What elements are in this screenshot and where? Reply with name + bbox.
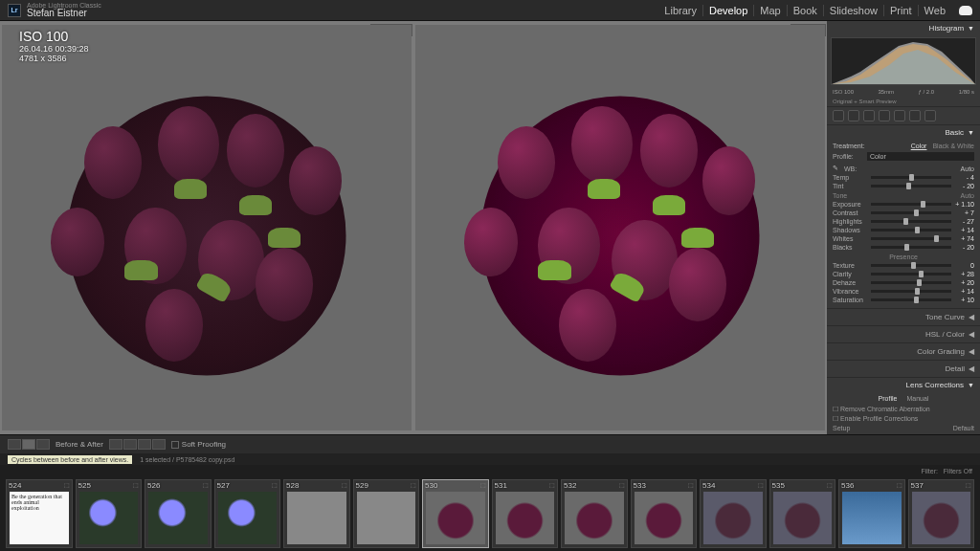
ba-mode-4-icon[interactable] — [152, 439, 166, 450]
ba-mode-3-icon[interactable] — [138, 439, 151, 450]
thumbnail[interactable]: 536⬚ — [838, 479, 905, 548]
chevron-left-icon: ◀ — [969, 330, 974, 339]
tooltip: Cycles between before and after views. — [8, 455, 132, 464]
basic-header[interactable]: Basic▼ — [827, 125, 980, 140]
identity-plate: Lr Adobe Lightroom Classic Stefan Eistne… — [0, 0, 980, 21]
enable-profile-checkbox[interactable]: ☐ Enable Profile Corrections — [833, 415, 974, 423]
app-logo: Lr — [8, 4, 21, 17]
wb-select[interactable]: Auto — [879, 165, 974, 172]
whites-slider[interactable] — [871, 237, 951, 240]
highlights-slider[interactable] — [871, 220, 951, 223]
dehaze-slider[interactable] — [871, 281, 951, 284]
histogram-header[interactable]: Histogram▼ — [827, 21, 980, 35]
chevron-left-icon: ◀ — [969, 364, 974, 373]
module-picker: Library Develop Map Book Slideshow Print… — [658, 5, 951, 16]
redeye-tool-icon[interactable] — [863, 110, 875, 121]
saturation-slider[interactable] — [871, 298, 951, 301]
hsl-header[interactable]: HSL / Color◀ — [827, 326, 980, 343]
lens-tab-profile[interactable]: Profile — [879, 395, 898, 402]
temp-slider[interactable] — [871, 176, 951, 179]
auto-tone[interactable]: Auto — [961, 192, 974, 199]
treatment-color[interactable]: Color — [911, 143, 927, 149]
develop-right-panel: Histogram▼ ISO 100 35mm ƒ / 2.0 1/80 s O… — [827, 21, 980, 434]
thumbnail[interactable]: 529⬚00:13 — [353, 479, 420, 548]
module-web[interactable]: Web — [919, 5, 951, 16]
treatment-bw[interactable]: Black & White — [932, 143, 974, 149]
brush-tool-icon[interactable] — [924, 110, 936, 121]
ba-mode-group — [109, 439, 166, 450]
lens-header[interactable]: Lens Corrections▼ — [827, 378, 980, 392]
compare-view-icon[interactable] — [22, 439, 35, 450]
tool-strip — [827, 107, 980, 125]
before-after-label: Before & After — [56, 440, 103, 449]
thumbnail[interactable]: 527⬚ — [214, 479, 281, 548]
remove-ca-checkbox[interactable]: ☐ Remove Chromatic Aberration — [833, 406, 974, 413]
grad-tool-icon[interactable] — [894, 110, 905, 121]
histogram[interactable] — [831, 37, 976, 85]
module-develop[interactable]: Develop — [703, 5, 754, 16]
soft-proof-checkbox[interactable]: Soft Proofing — [171, 440, 226, 449]
vibrance-slider[interactable] — [871, 290, 951, 293]
thumbnail[interactable]: 534⬚ — [700, 479, 767, 548]
develop-toolbar: Before & After Soft Proofing — [0, 434, 980, 453]
radial-tool-icon[interactable] — [909, 110, 921, 121]
thumbnail[interactable]: 530⬚ — [422, 479, 489, 548]
photo-metadata: ISO 100 26.04.16 00:39:28 4781 x 3586 — [19, 29, 89, 63]
before-pane[interactable]: Before — [2, 25, 412, 430]
thumbnail[interactable]: 525⬚ — [76, 479, 143, 548]
thumbnail[interactable]: 535⬚ — [769, 479, 836, 548]
lens-tab-manual[interactable]: Manual — [906, 395, 928, 402]
module-library[interactable]: Library — [658, 5, 703, 16]
compare-viewer: ISO 100 26.04.16 00:39:28 4781 x 3586 Be… — [0, 21, 827, 434]
detail-header[interactable]: Detail◀ — [827, 361, 980, 378]
filter-toggle[interactable]: Filters Off — [944, 468, 972, 474]
color-grading-header[interactable]: Color Grading◀ — [827, 343, 980, 361]
tone-curve-header[interactable]: Tone Curve◀ — [827, 309, 980, 326]
module-print[interactable]: Print — [884, 5, 919, 16]
filmstrip: Filter: Filters Off 524⬚Be the generatio… — [0, 465, 980, 551]
ref-view-icon[interactable] — [36, 439, 50, 450]
profile-select[interactable]: Color — [867, 152, 974, 161]
texture-slider[interactable] — [871, 264, 951, 267]
ba-mode-2-icon[interactable] — [123, 439, 137, 450]
thumbnail[interactable]: 532⬚ — [561, 479, 628, 548]
thumbnail[interactable]: 526⬚ — [145, 479, 212, 548]
user-name: Stefan Eistner — [27, 9, 101, 18]
spot-tool-icon[interactable] — [848, 110, 859, 121]
shadows-slider[interactable] — [871, 229, 951, 231]
cloud-sync-icon[interactable] — [959, 6, 972, 15]
loupe-view-icon[interactable] — [8, 439, 21, 450]
eyedropper-icon[interactable]: ✎ — [833, 165, 844, 172]
contrast-slider[interactable] — [871, 211, 951, 214]
thumbnail[interactable]: 528⬚00:12 — [283, 479, 350, 548]
thumbnail[interactable]: 524⬚Be the generation that ends animal e… — [6, 479, 73, 548]
clarity-slider[interactable] — [871, 273, 951, 276]
exposure-slider[interactable] — [871, 203, 951, 206]
thumbnail[interactable]: 533⬚ — [631, 479, 698, 548]
ba-mode-1-icon[interactable] — [109, 439, 122, 450]
status-text: 1 selected / P5785482 copy.psd — [140, 456, 234, 463]
chevron-down-icon: ▼ — [968, 382, 974, 388]
mask-tool-icon[interactable] — [879, 110, 890, 121]
module-map[interactable]: Map — [754, 5, 787, 16]
chevron-left-icon: ◀ — [969, 313, 974, 321]
chevron-down-icon: ▼ — [968, 129, 974, 136]
chevron-left-icon: ◀ — [969, 347, 974, 356]
thumbnail[interactable]: 531⬚ — [492, 479, 559, 548]
tint-slider[interactable] — [871, 185, 951, 187]
module-book[interactable]: Book — [788, 5, 824, 16]
thumbnail[interactable]: 537⬚ — [908, 479, 975, 548]
view-mode-group — [8, 439, 50, 450]
chevron-down-icon: ▼ — [968, 25, 974, 32]
blacks-slider[interactable] — [871, 246, 951, 249]
crop-tool-icon[interactable] — [833, 110, 844, 121]
module-slideshow[interactable]: Slideshow — [824, 5, 884, 16]
after-pane[interactable]: After — [415, 25, 825, 430]
